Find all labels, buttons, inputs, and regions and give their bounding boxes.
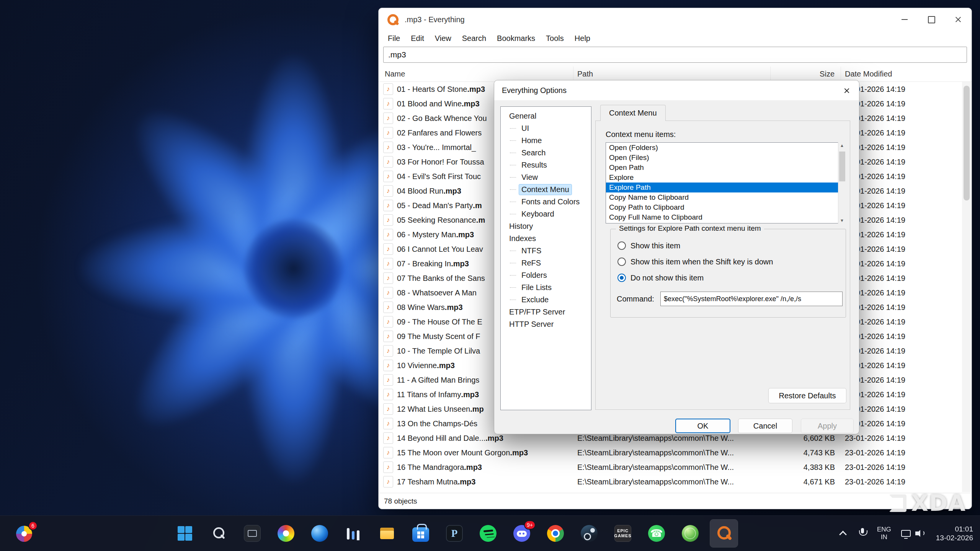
taskbar-photopea-icon[interactable]: P [441, 520, 468, 547]
list-scrollbar[interactable] [838, 142, 846, 223]
context-menu-item[interactable]: Open (Folders) [606, 143, 846, 153]
context-menu-item[interactable]: Copy Full Name to Clipboard [606, 212, 846, 222]
16 The Mandragora[interactable]: 16 The Mandragora.mp3 E:\SteamLibrary\st… [379, 460, 972, 474]
tree-item[interactable]: Fonts and Colors [501, 196, 591, 208]
15 The Moon over Mount Gorgon[interactable]: 15 The Moon over Mount Gorgon.mp3 E:\Ste… [379, 445, 972, 460]
tree-item[interactable]: History [501, 220, 591, 232]
tree-item[interactable]: General [501, 110, 591, 122]
microphone-icon[interactable] [858, 528, 867, 539]
taskbar-dark-app-icon[interactable] [238, 520, 266, 547]
column-header-size[interactable]: Size [771, 67, 841, 82]
context-menu-item[interactable]: Copy Path to Clipboard [606, 202, 846, 212]
taskbar-paint-icon[interactable] [272, 520, 300, 547]
taskbar-discord-icon[interactable]: 9+ [508, 520, 536, 547]
quick-settings[interactable] [901, 529, 926, 538]
menu-item[interactable]: View [430, 33, 457, 44]
taskbar-equalizer-app-icon[interactable] [340, 520, 367, 547]
command-label: Command: [617, 295, 655, 303]
menu-item[interactable]: Edit [405, 33, 429, 44]
taskbar-blue-app-icon[interactable] [306, 520, 333, 547]
mp3-file-icon [383, 418, 393, 429]
file-date: 23-01-2026 14:19 [841, 390, 972, 399]
context-menu-item[interactable]: Explore [606, 173, 846, 183]
tree-item[interactable]: View [501, 171, 591, 183]
tree-item[interactable]: ETP/FTP Server [501, 306, 591, 318]
tree-item[interactable]: Folders [501, 269, 591, 281]
taskbar-epic-games-icon[interactable]: EPIC GAMES [609, 520, 637, 547]
context-menu-item[interactable]: Copy Name to Clipboard [606, 192, 846, 202]
file-size: 6,602 KB [771, 434, 841, 443]
17 Tesham Mutna[interactable]: 17 Tesham Mutna.mp3 E:\SteamLibrary\stea… [379, 474, 972, 489]
taskbar-whatsapp-icon[interactable]: ☎ [643, 520, 670, 547]
apply-button[interactable]: Apply [801, 419, 854, 433]
command-row: Command: [617, 291, 843, 306]
file-date: 23-01-2026 14:19 [841, 259, 972, 268]
menu-item[interactable]: Bookmarks [492, 33, 541, 44]
taskbar-spotify-icon[interactable] [474, 520, 502, 547]
tree-item[interactable]: ReFS [501, 257, 591, 269]
column-header-date[interactable]: Date Modified [841, 67, 972, 82]
everything-options-dialog: Everything Options GeneralUIHomeSearchRe… [494, 80, 859, 434]
radio-option[interactable]: Show this item [617, 238, 841, 254]
tab-context-menu[interactable]: Context Menu [600, 105, 666, 121]
taskbar-corner-app-button[interactable]: 6 [11, 520, 38, 547]
mp3-file-icon [383, 403, 393, 415]
menu-item[interactable]: File [382, 33, 405, 44]
file-date: 23-01-2026 14:19 [841, 361, 972, 370]
context-menu-item[interactable]: Explore Path [606, 183, 846, 192]
ok-button[interactable]: OK [675, 419, 730, 433]
tree-item[interactable]: Keyboard [501, 208, 591, 220]
tree-item[interactable]: Results [501, 159, 591, 171]
tree-item[interactable]: UI [501, 122, 591, 134]
taskbar-everything-icon[interactable] [710, 520, 738, 547]
command-input[interactable] [660, 292, 843, 306]
file-date: 23-01-2026 14:19 [841, 448, 972, 457]
file-date: 23-01-2026 14:19 [841, 99, 972, 108]
results-scrollbar[interactable] [962, 82, 971, 492]
scrollbar-thumb[interactable] [964, 86, 970, 201]
context-menu-item[interactable]: Open (Files) [606, 153, 846, 163]
tree-item[interactable]: NTFS [501, 245, 591, 257]
dialog-titlebar[interactable]: Everything Options [494, 80, 859, 100]
menu-item[interactable]: Search [457, 33, 492, 44]
mp3-file-icon [383, 374, 393, 386]
radio-option[interactable]: Show this item when the Shift key is dow… [617, 254, 841, 270]
tree-item[interactable]: HTTP Server [501, 318, 591, 330]
taskbar-start-button[interactable] [171, 520, 199, 547]
column-header-name[interactable]: Name [379, 67, 573, 82]
language-indicator[interactable]: ENG IN [877, 526, 891, 541]
minimize-button[interactable] [891, 8, 918, 31]
taskbar-microsoft-store-icon[interactable] [407, 520, 434, 547]
radio-option[interactable]: Do not show this item [617, 270, 841, 286]
tree-item[interactable]: Exclude [501, 293, 591, 306]
file-name: 03 For Honor! For Toussa [397, 158, 484, 166]
taskbar-search-button[interactable] [205, 520, 232, 547]
tree-item[interactable]: Home [501, 134, 591, 147]
taskbar-steam-icon[interactable] [575, 520, 603, 547]
taskbar-chrome-icon[interactable] [542, 520, 569, 547]
close-button[interactable] [945, 8, 972, 31]
taskbar-green-app-icon[interactable] [676, 520, 704, 547]
context-menu-items-list: Open (Folders)Open (Files)Open PathExplo… [606, 142, 846, 223]
list-scrollbar-thumb[interactable] [839, 152, 845, 181]
search-input[interactable] [383, 47, 967, 63]
context-menu-item[interactable]: Open Path [606, 163, 846, 173]
column-header-path[interactable]: Path [573, 67, 771, 82]
menu-item[interactable]: Help [569, 33, 596, 44]
dialog-close-button[interactable] [840, 84, 854, 97]
titlebar[interactable]: .mp3 - Everything [379, 8, 972, 31]
tree-item[interactable]: Indexes [501, 232, 591, 245]
tree-item[interactable]: Search [501, 147, 591, 159]
maximize-button[interactable] [918, 8, 945, 31]
taskbar-file-explorer-icon[interactable] [373, 520, 401, 547]
menu-item[interactable]: Tools [541, 33, 569, 44]
file-date: 23-01-2026 14:19 [841, 463, 972, 472]
tree-item[interactable]: Context Menu [501, 183, 591, 196]
tray-date: 13-02-2026 [936, 533, 973, 542]
tray-chevron-up-icon[interactable] [838, 528, 848, 538]
restore-defaults-button[interactable]: Restore Defaults [768, 388, 846, 403]
cancel-button[interactable]: Cancel [738, 419, 792, 433]
clock[interactable]: 01:01 13-02-2026 [936, 525, 973, 542]
tree-item[interactable]: File Lists [501, 281, 591, 293]
options-tree: GeneralUIHomeSearchResultsViewContext Me… [500, 106, 591, 410]
